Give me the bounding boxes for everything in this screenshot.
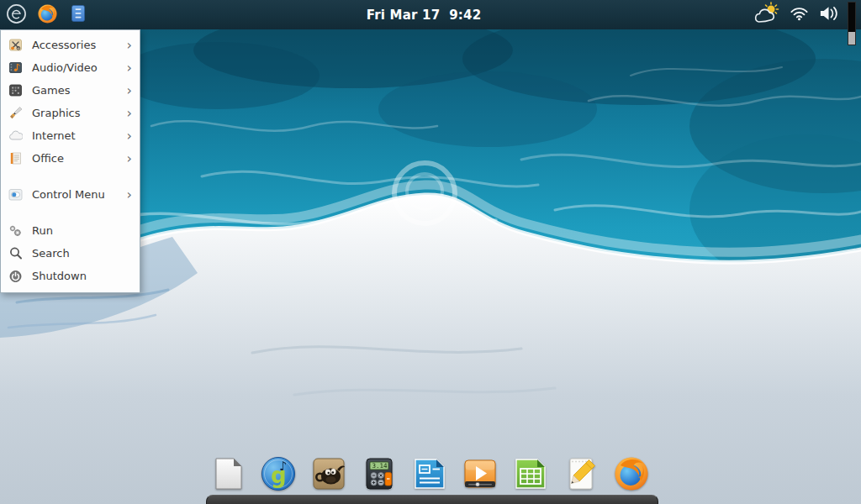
weather-tray-button[interactable] bbox=[753, 2, 780, 28]
volume-slider-fill bbox=[848, 32, 855, 45]
applications-menu-button[interactable] bbox=[4, 3, 28, 27]
weather-icon bbox=[753, 2, 780, 28]
menu-item-search[interactable]: Search bbox=[1, 242, 140, 265]
dock-item-media-player[interactable] bbox=[462, 455, 499, 492]
search-icon bbox=[8, 246, 23, 260]
volume-slider[interactable] bbox=[848, 2, 856, 45]
accessories-icon bbox=[8, 38, 23, 52]
submenu-arrow-icon: › bbox=[127, 107, 132, 120]
clock[interactable]: Fri Mar 17 9:42 bbox=[0, 0, 854, 29]
svg-text:♪: ♪ bbox=[279, 459, 288, 474]
notes-pencil-icon bbox=[563, 455, 600, 492]
menu-item-games[interactable]: Games › bbox=[1, 79, 140, 102]
dock-item-gmusicbrowser[interactable]: g ♪ bbox=[260, 455, 297, 492]
internet-icon bbox=[8, 129, 23, 143]
dock-item-libreoffice-startcenter[interactable] bbox=[209, 455, 246, 492]
graphics-icon bbox=[8, 106, 23, 120]
panel-launchers bbox=[0, 3, 90, 27]
menu-item-audio-video[interactable]: Audio/Video › bbox=[1, 56, 140, 79]
menu-item-label: Search bbox=[32, 242, 132, 265]
libreoffice-document-icon bbox=[209, 455, 246, 492]
calc-spreadsheet-icon bbox=[512, 455, 549, 492]
firefox-launcher-button[interactable] bbox=[35, 3, 59, 27]
file-manager-launcher-button[interactable] bbox=[66, 3, 90, 27]
submenu-arrow-icon: › bbox=[127, 188, 132, 202]
calculator-display: 3.14 bbox=[372, 462, 388, 470]
run-gears-icon bbox=[8, 223, 23, 238]
menu-item-label: Graphics bbox=[32, 102, 127, 124]
menu-item-label: Accessories bbox=[32, 34, 127, 56]
menu-item-label: Run bbox=[32, 219, 132, 242]
elementary-logo-icon bbox=[6, 3, 27, 27]
submenu-arrow-icon: › bbox=[127, 129, 132, 143]
dock-item-firefox[interactable] bbox=[613, 455, 650, 492]
office-icon bbox=[8, 151, 23, 165]
menu-item-label: Office bbox=[32, 147, 127, 170]
menu-item-control-menu[interactable]: Control Menu › bbox=[1, 183, 140, 206]
dock-item-calculator[interactable]: 3.14 bbox=[361, 455, 398, 492]
volume-icon bbox=[818, 5, 841, 24]
menu-item-label: Audio/Video bbox=[32, 56, 127, 79]
calculator-icon: 3.14 bbox=[361, 455, 398, 492]
dock: g ♪ bbox=[209, 455, 650, 492]
submenu-arrow-icon: › bbox=[127, 84, 132, 97]
submenu-arrow-icon: › bbox=[127, 61, 132, 75]
menu-separator bbox=[1, 206, 140, 219]
file-cabinet-icon bbox=[68, 3, 88, 26]
games-icon bbox=[8, 83, 23, 97]
system-tray bbox=[753, 2, 861, 28]
top-panel: Fri Mar 17 9:42 bbox=[0, 0, 861, 29]
firefox-icon bbox=[37, 3, 58, 27]
menu-item-accessories[interactable]: Accessories › bbox=[1, 34, 140, 56]
desktop: Fri Mar 17 9:42 bbox=[0, 0, 861, 504]
dock-item-gimp[interactable] bbox=[310, 455, 347, 492]
menu-item-label: Shutdown bbox=[32, 265, 132, 287]
menu-separator bbox=[1, 170, 140, 183]
applications-menu: Accessories › Audio/Video › bbox=[0, 29, 140, 293]
media-player-icon bbox=[462, 455, 499, 492]
wifi-icon bbox=[790, 6, 809, 24]
menu-item-office[interactable]: Office › bbox=[1, 147, 140, 170]
shutdown-power-icon bbox=[8, 269, 23, 283]
menu-item-graphics[interactable]: Graphics › bbox=[1, 102, 140, 124]
menu-item-label: Games bbox=[32, 79, 127, 102]
dock-shelf bbox=[206, 495, 658, 504]
menu-item-label: Internet bbox=[32, 124, 127, 147]
dock-item-libreoffice-impress[interactable] bbox=[411, 455, 448, 492]
submenu-arrow-icon: › bbox=[127, 152, 132, 165]
menu-item-run[interactable]: Run bbox=[1, 219, 140, 242]
menu-item-internet[interactable]: Internet › bbox=[1, 124, 140, 147]
dock-item-libreoffice-calc[interactable] bbox=[512, 455, 549, 492]
firefox-icon bbox=[613, 455, 650, 492]
network-tray-button[interactable] bbox=[790, 6, 809, 24]
dock-item-notes[interactable] bbox=[563, 455, 600, 492]
gimp-icon bbox=[310, 455, 347, 492]
volume-tray-button[interactable] bbox=[818, 5, 841, 24]
impress-presentation-icon bbox=[411, 455, 448, 492]
submenu-arrow-icon: › bbox=[127, 39, 132, 52]
control-menu-icon bbox=[8, 187, 23, 202]
menu-item-shutdown[interactable]: Shutdown bbox=[1, 265, 140, 287]
audio-video-icon bbox=[8, 60, 23, 75]
menu-item-label: Control Menu bbox=[32, 183, 127, 206]
music-player-icon: g ♪ bbox=[260, 455, 297, 492]
